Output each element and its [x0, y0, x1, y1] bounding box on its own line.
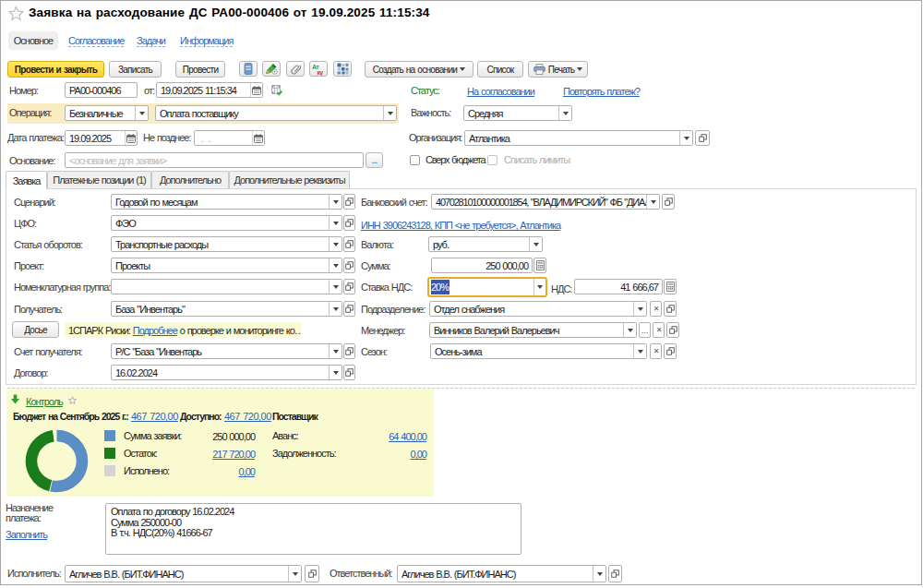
svg-text:ку: ку: [318, 69, 324, 76]
